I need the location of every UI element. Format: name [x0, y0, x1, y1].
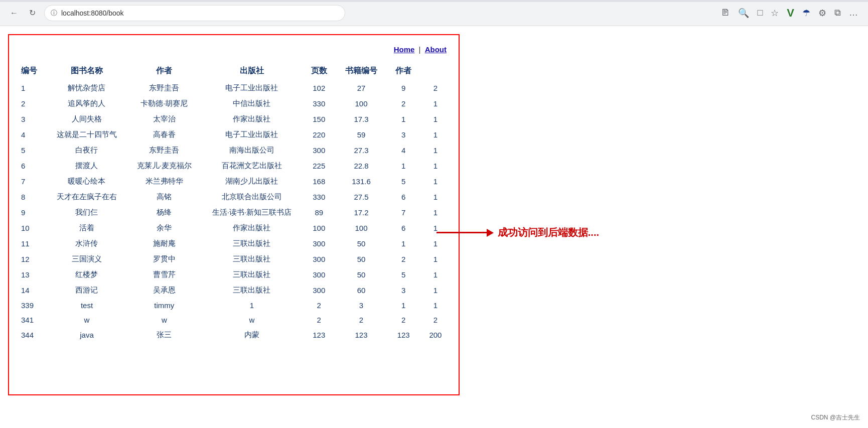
table-cell: 10 — [17, 220, 47, 236]
table-cell: 1 — [420, 142, 451, 158]
col-header-title: 图书名称 — [47, 62, 127, 80]
table-cell: 1 — [420, 111, 451, 127]
table-cell: 17.3 — [336, 111, 386, 127]
address-bar[interactable]: ⓘ localhost:8080/book — [44, 5, 345, 21]
col-header-author: 作者 — [127, 62, 202, 80]
table-cell: 4 — [17, 127, 47, 142]
table-cell: 人间失格 — [47, 111, 127, 127]
table-row: 7暖暖心绘本米兰弗特华湖南少儿出版社168131.651 — [17, 174, 451, 189]
table-cell: 14 — [17, 282, 47, 298]
table-cell: 27.5 — [336, 189, 386, 205]
table-cell: 6 — [387, 220, 420, 236]
zoom-icon[interactable]: 🔍 — [736, 6, 751, 21]
table-cell: 这就是二十四节气 — [47, 127, 127, 142]
table-row: 4这就是二十四节气高春香电子工业出版社2205931 — [17, 127, 451, 142]
refresh-button[interactable]: ↻ — [26, 7, 38, 19]
table-row: 1解忧杂货店东野圭吾电子工业出版社1022792 — [17, 80, 451, 96]
url-text: localhost:8080/book — [61, 9, 124, 17]
table-cell: 5 — [17, 142, 47, 158]
tab-icon[interactable]: □ — [755, 6, 765, 20]
table-cell: 2 — [420, 313, 451, 327]
table-cell: 123 — [387, 327, 420, 343]
about-link[interactable]: About — [425, 45, 447, 54]
table-cell: 活着 — [47, 220, 127, 236]
table-row: 10活着余华作家出版社10010061 — [17, 220, 451, 236]
table-cell: 123 — [302, 327, 336, 343]
table-cell: w — [47, 313, 127, 327]
table-cell: 339 — [17, 298, 47, 313]
table-cell: 17.2 — [336, 205, 386, 220]
table-cell: 100 — [302, 220, 336, 236]
table-row: 344java张三内蒙123123123200 — [17, 327, 451, 343]
back-button[interactable]: ← — [8, 7, 20, 19]
table-cell: 4 — [387, 142, 420, 158]
table-cell: 50 — [336, 251, 386, 267]
table-cell: 1 — [420, 158, 451, 174]
table-cell: 杨绛 — [127, 205, 202, 220]
home-link[interactable]: Home — [394, 45, 415, 54]
table-cell: 南海出版公司 — [202, 142, 302, 158]
table-cell: 米兰弗特华 — [127, 174, 202, 189]
table-cell: 卡勒德·胡赛尼 — [127, 96, 202, 111]
book-table: 编号 图书名称 作者 出版社 页数 书籍编号 作者 1解忧杂货店东野圭吾电子工业… — [17, 62, 451, 343]
table-cell: 7 — [387, 205, 420, 220]
table-cell: 59 — [336, 127, 386, 142]
table-row: 339testtimmy12311 — [17, 298, 451, 313]
annotation: 成功访问到后端数据.... — [437, 226, 599, 239]
table-cell: 张三 — [127, 327, 202, 343]
table-cell: 1 — [387, 298, 420, 313]
arrow — [437, 229, 494, 237]
table-cell: 湖南少儿出版社 — [202, 174, 302, 189]
table-cell: 水浒传 — [47, 236, 127, 251]
table-row: 12三国演义罗贯中三联出版社3005021 — [17, 251, 451, 267]
favorites-icon[interactable]: ☆ — [769, 6, 781, 21]
table-row: 8天才在左疯子在右高铭北京联合出版公司33027.561 — [17, 189, 451, 205]
col-header-id: 编号 — [17, 62, 47, 80]
brand-icon: V — [785, 5, 796, 22]
table-cell: 13 — [17, 267, 47, 282]
menu-icon[interactable]: … — [847, 6, 860, 20]
table-cell: 曹雪芹 — [127, 267, 202, 282]
table-cell: 3 — [17, 111, 47, 127]
table-cell: 102 — [302, 80, 336, 96]
table-row: 14西游记吴承恩三联出版社3006031 — [17, 282, 451, 298]
table-cell: 300 — [302, 142, 336, 158]
table-cell: 300 — [302, 267, 336, 282]
table-cell: 22.8 — [336, 158, 386, 174]
table-cell: 暖暖心绘本 — [47, 174, 127, 189]
col-header-pages: 页数 — [302, 62, 336, 80]
table-cell: 50 — [336, 236, 386, 251]
table-cell: 50 — [336, 267, 386, 282]
table-row: 9我们仨杨绛生活·读书·新知三联书店8917.271 — [17, 205, 451, 220]
table-cell: 150 — [302, 111, 336, 127]
reader-mode-icon[interactable]: 🖹 — [719, 6, 732, 20]
table-cell: 330 — [302, 96, 336, 111]
table-cell: 我们仨 — [47, 205, 127, 220]
table-cell: 1 — [420, 205, 451, 220]
loading-bar — [0, 0, 868, 2]
settings-icon[interactable]: ⚙ — [816, 6, 828, 21]
table-cell: 300 — [302, 251, 336, 267]
table-cell: 1 — [420, 298, 451, 313]
shield-icon[interactable]: ☂ — [800, 6, 812, 21]
table-cell: 余华 — [127, 220, 202, 236]
table-cell: 罗贯中 — [127, 251, 202, 267]
col-header-bookno: 书籍编号 — [336, 62, 386, 80]
extensions-icon[interactable]: ⧉ — [832, 6, 843, 20]
table-cell: 11 — [17, 236, 47, 251]
table-header-row: 编号 图书名称 作者 出版社 页数 书籍编号 作者 — [17, 62, 451, 80]
table-cell: 27 — [336, 80, 386, 96]
table-cell: 3 — [336, 298, 386, 313]
table-cell: 27.3 — [336, 142, 386, 158]
table-cell: java — [47, 327, 127, 343]
table-cell: 摆渡人 — [47, 158, 127, 174]
table-cell: 天才在左疯子在右 — [47, 189, 127, 205]
table-cell: 电子工业出版社 — [202, 127, 302, 142]
table-cell: w — [202, 313, 302, 327]
table-cell: 344 — [17, 327, 47, 343]
table-cell: 100 — [336, 96, 386, 111]
table-cell: 1 — [420, 282, 451, 298]
table-cell: 300 — [302, 282, 336, 298]
table-cell: 太宰治 — [127, 111, 202, 127]
table-cell: 7 — [17, 174, 47, 189]
